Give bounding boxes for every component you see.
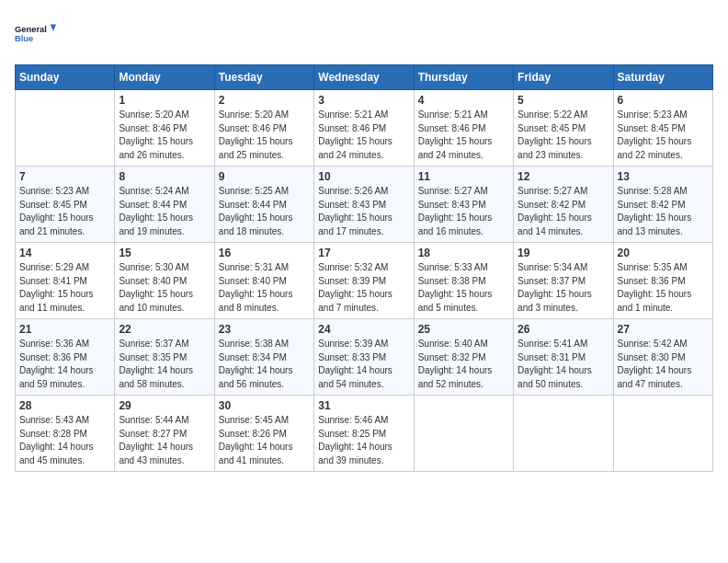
logo-svg: General Blue bbox=[15, 15, 61, 53]
day-info: Sunrise: 5:25 AMSunset: 8:44 PMDaylight:… bbox=[219, 185, 310, 238]
day-info: Sunrise: 5:34 AMSunset: 8:37 PMDaylight:… bbox=[518, 261, 609, 315]
day-number: 12 bbox=[518, 170, 609, 183]
day-number: 1 bbox=[119, 94, 210, 107]
calendar-cell: 29Sunrise: 5:44 AMSunset: 8:27 PMDayligh… bbox=[115, 396, 214, 472]
day-info: Sunrise: 5:46 AMSunset: 8:25 PMDaylight:… bbox=[318, 414, 409, 467]
day-number: 13 bbox=[618, 170, 709, 183]
header: General Blue bbox=[15, 15, 713, 53]
day-info: Sunrise: 5:27 AMSunset: 8:42 PMDaylight:… bbox=[518, 185, 609, 238]
calendar-cell: 10Sunrise: 5:26 AMSunset: 8:43 PMDayligh… bbox=[314, 167, 414, 243]
calendar-cell: 30Sunrise: 5:45 AMSunset: 8:26 PMDayligh… bbox=[214, 396, 313, 472]
svg-marker-2 bbox=[51, 24, 56, 31]
calendar-cell: 11Sunrise: 5:27 AMSunset: 8:43 PMDayligh… bbox=[414, 167, 513, 243]
calendar-cell: 27Sunrise: 5:42 AMSunset: 8:30 PMDayligh… bbox=[613, 319, 712, 396]
day-info: Sunrise: 5:28 AMSunset: 8:42 PMDaylight:… bbox=[618, 185, 709, 238]
day-info: Sunrise: 5:38 AMSunset: 8:34 PMDaylight:… bbox=[219, 338, 310, 391]
day-number: 7 bbox=[19, 170, 110, 183]
day-number: 28 bbox=[19, 399, 110, 412]
week-row-3: 14Sunrise: 5:29 AMSunset: 8:41 PMDayligh… bbox=[16, 243, 713, 319]
day-number: 23 bbox=[219, 323, 310, 336]
calendar-cell bbox=[414, 396, 513, 472]
day-info: Sunrise: 5:26 AMSunset: 8:43 PMDaylight:… bbox=[318, 185, 409, 238]
calendar-cell: 28Sunrise: 5:43 AMSunset: 8:28 PMDayligh… bbox=[16, 396, 115, 472]
week-row-2: 7Sunrise: 5:23 AMSunset: 8:45 PMDaylight… bbox=[16, 167, 713, 243]
calendar-cell: 1Sunrise: 5:20 AMSunset: 8:46 PMDaylight… bbox=[115, 90, 214, 167]
day-info: Sunrise: 5:33 AMSunset: 8:38 PMDaylight:… bbox=[418, 261, 509, 315]
weekday-header-wednesday: Wednesday bbox=[314, 65, 414, 90]
day-number: 24 bbox=[318, 323, 409, 336]
day-number: 19 bbox=[518, 247, 609, 259]
day-info: Sunrise: 5:21 AMSunset: 8:46 PMDaylight:… bbox=[418, 109, 509, 162]
day-number: 3 bbox=[318, 94, 409, 107]
day-number: 18 bbox=[418, 247, 509, 259]
calendar-cell bbox=[613, 396, 712, 472]
calendar-cell: 21Sunrise: 5:36 AMSunset: 8:36 PMDayligh… bbox=[16, 319, 115, 396]
calendar-cell: 3Sunrise: 5:21 AMSunset: 8:46 PMDaylight… bbox=[314, 90, 414, 167]
day-number: 15 bbox=[119, 247, 210, 259]
day-number: 4 bbox=[418, 94, 509, 107]
day-info: Sunrise: 5:42 AMSunset: 8:30 PMDaylight:… bbox=[618, 338, 709, 391]
day-info: Sunrise: 5:41 AMSunset: 8:31 PMDaylight:… bbox=[518, 338, 609, 391]
day-number: 27 bbox=[618, 323, 709, 336]
logo: General Blue bbox=[15, 15, 61, 53]
calendar-cell: 4Sunrise: 5:21 AMSunset: 8:46 PMDaylight… bbox=[414, 90, 513, 167]
day-info: Sunrise: 5:23 AMSunset: 8:45 PMDaylight:… bbox=[618, 109, 709, 162]
day-info: Sunrise: 5:44 AMSunset: 8:27 PMDaylight:… bbox=[119, 414, 210, 467]
calendar-cell: 19Sunrise: 5:34 AMSunset: 8:37 PMDayligh… bbox=[514, 243, 613, 319]
day-number: 29 bbox=[119, 399, 210, 412]
calendar-cell: 6Sunrise: 5:23 AMSunset: 8:45 PMDaylight… bbox=[613, 90, 712, 167]
day-info: Sunrise: 5:45 AMSunset: 8:26 PMDaylight:… bbox=[219, 414, 310, 467]
calendar-cell: 18Sunrise: 5:33 AMSunset: 8:38 PMDayligh… bbox=[414, 243, 513, 319]
week-row-4: 21Sunrise: 5:36 AMSunset: 8:36 PMDayligh… bbox=[16, 319, 713, 396]
day-info: Sunrise: 5:43 AMSunset: 8:28 PMDaylight:… bbox=[19, 414, 110, 467]
day-info: Sunrise: 5:39 AMSunset: 8:33 PMDaylight:… bbox=[318, 338, 409, 391]
calendar-cell: 15Sunrise: 5:30 AMSunset: 8:40 PMDayligh… bbox=[115, 243, 214, 319]
day-info: Sunrise: 5:23 AMSunset: 8:45 PMDaylight:… bbox=[19, 185, 110, 238]
day-info: Sunrise: 5:21 AMSunset: 8:46 PMDaylight:… bbox=[318, 109, 409, 162]
day-number: 31 bbox=[318, 399, 409, 412]
weekday-header-sunday: Sunday bbox=[16, 65, 115, 90]
svg-text:Blue: Blue bbox=[15, 34, 33, 43]
day-info: Sunrise: 5:29 AMSunset: 8:41 PMDaylight:… bbox=[19, 261, 110, 315]
calendar-cell bbox=[514, 396, 613, 472]
day-number: 20 bbox=[618, 247, 709, 259]
day-number: 16 bbox=[219, 247, 310, 259]
weekday-header-row: SundayMondayTuesdayWednesdayThursdayFrid… bbox=[16, 65, 713, 90]
day-info: Sunrise: 5:27 AMSunset: 8:43 PMDaylight:… bbox=[418, 185, 509, 238]
calendar-cell: 8Sunrise: 5:24 AMSunset: 8:44 PMDaylight… bbox=[115, 167, 214, 243]
day-info: Sunrise: 5:37 AMSunset: 8:35 PMDaylight:… bbox=[119, 338, 210, 391]
day-info: Sunrise: 5:32 AMSunset: 8:39 PMDaylight:… bbox=[318, 261, 409, 315]
day-info: Sunrise: 5:22 AMSunset: 8:45 PMDaylight:… bbox=[518, 109, 609, 162]
day-number: 30 bbox=[219, 399, 310, 412]
day-info: Sunrise: 5:31 AMSunset: 8:40 PMDaylight:… bbox=[219, 261, 310, 315]
day-number: 22 bbox=[119, 323, 210, 336]
weekday-header-tuesday: Tuesday bbox=[214, 65, 313, 90]
calendar-cell: 2Sunrise: 5:20 AMSunset: 8:46 PMDaylight… bbox=[214, 90, 313, 167]
day-number: 2 bbox=[219, 94, 310, 107]
day-number: 21 bbox=[19, 323, 110, 336]
weekday-header-thursday: Thursday bbox=[414, 65, 513, 90]
day-info: Sunrise: 5:24 AMSunset: 8:44 PMDaylight:… bbox=[119, 185, 210, 238]
calendar-cell: 24Sunrise: 5:39 AMSunset: 8:33 PMDayligh… bbox=[314, 319, 414, 396]
calendar-cell: 16Sunrise: 5:31 AMSunset: 8:40 PMDayligh… bbox=[214, 243, 313, 319]
day-info: Sunrise: 5:20 AMSunset: 8:46 PMDaylight:… bbox=[219, 109, 310, 162]
weekday-header-saturday: Saturday bbox=[613, 65, 712, 90]
calendar-cell: 17Sunrise: 5:32 AMSunset: 8:39 PMDayligh… bbox=[314, 243, 414, 319]
day-number: 5 bbox=[518, 94, 609, 107]
day-number: 6 bbox=[618, 94, 709, 107]
day-info: Sunrise: 5:35 AMSunset: 8:36 PMDaylight:… bbox=[618, 261, 709, 315]
calendar-cell: 12Sunrise: 5:27 AMSunset: 8:42 PMDayligh… bbox=[514, 167, 613, 243]
day-number: 8 bbox=[119, 170, 210, 183]
calendar: SundayMondayTuesdayWednesdayThursdayFrid… bbox=[15, 64, 713, 472]
day-info: Sunrise: 5:30 AMSunset: 8:40 PMDaylight:… bbox=[119, 261, 210, 315]
week-row-1: 1Sunrise: 5:20 AMSunset: 8:46 PMDaylight… bbox=[16, 90, 713, 167]
calendar-cell: 31Sunrise: 5:46 AMSunset: 8:25 PMDayligh… bbox=[314, 396, 414, 472]
calendar-cell: 5Sunrise: 5:22 AMSunset: 8:45 PMDaylight… bbox=[514, 90, 613, 167]
day-number: 26 bbox=[518, 323, 609, 336]
day-number: 9 bbox=[219, 170, 310, 183]
weekday-header-friday: Friday bbox=[514, 65, 613, 90]
calendar-cell: 13Sunrise: 5:28 AMSunset: 8:42 PMDayligh… bbox=[613, 167, 712, 243]
day-number: 14 bbox=[19, 247, 110, 259]
day-info: Sunrise: 5:36 AMSunset: 8:36 PMDaylight:… bbox=[19, 338, 110, 391]
calendar-cell: 26Sunrise: 5:41 AMSunset: 8:31 PMDayligh… bbox=[514, 319, 613, 396]
